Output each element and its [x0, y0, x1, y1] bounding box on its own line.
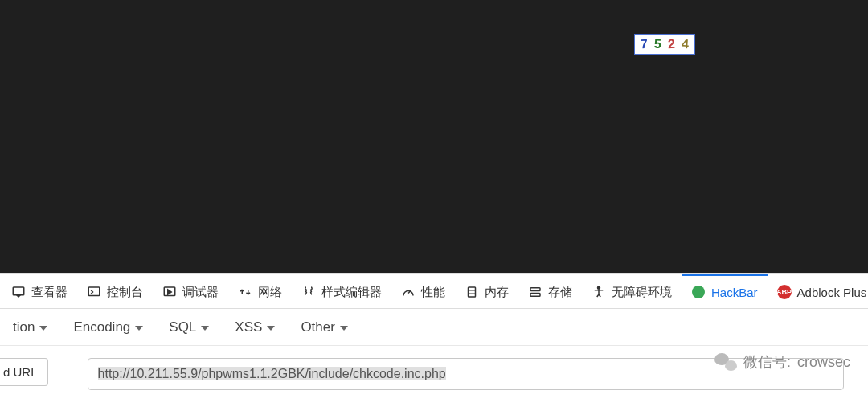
menu-label: tion — [13, 319, 35, 335]
adblock-icon: ABP — [777, 285, 792, 299]
tab-label: 存储 — [548, 285, 572, 300]
tab-hackbar[interactable]: HackBar — [682, 274, 768, 308]
tab-storage[interactable]: 存储 — [518, 274, 582, 308]
captcha-digit: 2 — [667, 37, 676, 51]
tab-label: 调试器 — [182, 285, 219, 300]
svg-point-6 — [598, 286, 600, 289]
page-viewport: 7 5 2 4 — [0, 0, 868, 273]
menu-encoding[interactable]: Encoding — [60, 315, 156, 340]
chevron-down-icon — [267, 326, 275, 331]
devtools-tab-bar: 查看器 控制台 调试器 网络 样式编辑器 性能 内存 — [0, 273, 868, 309]
menu-xss[interactable]: XSS — [222, 315, 288, 340]
captcha-digit: 4 — [681, 37, 690, 52]
menu-label: XSS — [235, 319, 262, 335]
tab-adblock-plus[interactable]: ABP Adblock Plus — [768, 274, 868, 308]
tab-style-editor[interactable]: 样式编辑器 — [292, 274, 391, 308]
menu-label: Encoding — [73, 319, 130, 335]
tab-inspector[interactable]: 查看器 — [2, 274, 77, 308]
tab-label: 查看器 — [31, 285, 68, 300]
tab-performance[interactable]: 性能 — [391, 274, 455, 308]
svg-rect-1 — [88, 287, 100, 296]
tab-label: Adblock Plus — [797, 286, 867, 299]
load-url-button[interactable]: d URL — [0, 358, 48, 386]
svg-rect-0 — [13, 287, 24, 295]
tab-label: 样式编辑器 — [321, 285, 382, 300]
chevron-down-icon — [340, 326, 348, 331]
captcha-digit: 7 — [640, 37, 649, 51]
button-label: d URL — [3, 365, 38, 379]
url-value: http://10.211.55.9/phpwms1.1.2GBK/includ… — [98, 367, 446, 380]
svg-rect-3 — [469, 287, 476, 297]
tab-label: 性能 — [421, 285, 445, 300]
storage-icon — [528, 285, 542, 299]
console-icon — [87, 285, 101, 299]
memory-icon — [465, 285, 479, 299]
tab-debugger[interactable]: 调试器 — [153, 274, 228, 308]
hackbar-menu-bar: tion Encoding SQL XSS Other — [0, 309, 868, 346]
chevron-down-icon — [201, 326, 209, 331]
menu-other[interactable]: Other — [288, 315, 361, 340]
menu-sql[interactable]: SQL — [156, 315, 222, 340]
svg-rect-5 — [530, 294, 540, 297]
debugger-icon — [162, 285, 177, 299]
tab-label: 网络 — [258, 285, 282, 300]
url-input[interactable]: http://10.211.55.9/phpwms1.1.2GBK/includ… — [88, 358, 844, 390]
captcha-image: 7 5 2 4 — [634, 34, 695, 55]
menu-label: SQL — [169, 319, 196, 335]
tab-accessibility[interactable]: 无障碍环境 — [582, 274, 682, 308]
performance-icon — [401, 285, 416, 299]
hackbar-icon — [691, 285, 706, 299]
menu-label: Other — [301, 319, 335, 335]
svg-rect-4 — [530, 288, 540, 291]
inspector-icon — [11, 285, 26, 299]
tab-label: HackBar — [711, 286, 758, 299]
tab-memory[interactable]: 内存 — [455, 274, 518, 308]
hackbar-url-row: d URL http://10.211.55.9/phpwms1.1.2GBK/… — [0, 346, 868, 390]
tab-label: 控制台 — [107, 285, 143, 300]
style-icon — [301, 285, 316, 299]
chevron-down-icon — [39, 326, 47, 331]
chevron-down-icon — [135, 326, 143, 331]
menu-action[interactable]: tion — [0, 315, 60, 340]
tab-console[interactable]: 控制台 — [77, 274, 153, 308]
tab-label: 内存 — [485, 285, 509, 300]
tab-network[interactable]: 网络 — [228, 274, 292, 308]
captcha-digit: 5 — [653, 37, 662, 51]
network-icon — [238, 285, 252, 299]
accessibility-icon — [592, 285, 606, 299]
tab-label: 无障碍环境 — [612, 285, 672, 300]
